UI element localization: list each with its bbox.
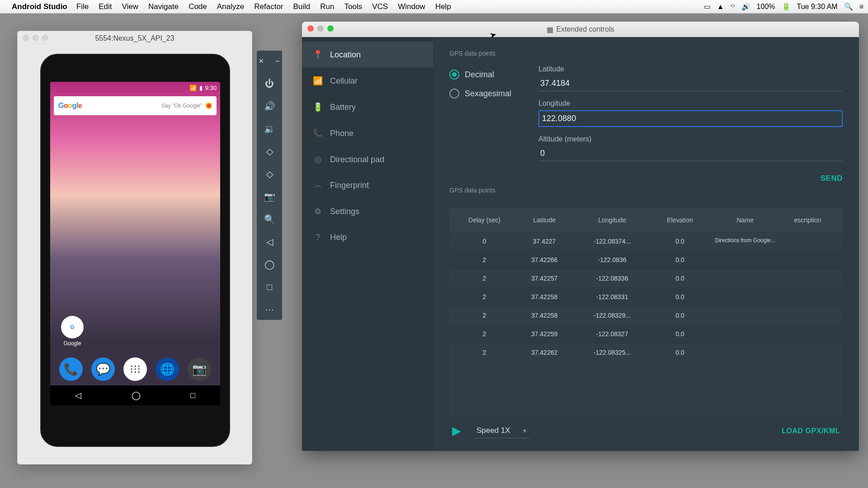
power-icon[interactable]: ⏻ (264, 78, 275, 89)
speed-select[interactable]: Speed 1X ▼ (474, 423, 530, 438)
rotate-left-icon[interactable]: ◇ (264, 145, 275, 157)
battery-icon: 🔋 (313, 102, 323, 112)
phone-frame: 📶 ▮ 9:30 Google Say "Ok Google" G Google… (40, 54, 230, 447)
menu-help[interactable]: Help (435, 2, 451, 11)
nav-item-settings[interactable]: ⚙Settings (302, 198, 433, 225)
menu-build[interactable]: Build (293, 2, 311, 11)
send-button[interactable]: SEND (821, 174, 843, 183)
overview-icon[interactable]: □ (264, 281, 275, 293)
nav-item-help[interactable]: ?Help (302, 225, 433, 250)
table-row[interactable]: 237.42258-122.083310.0 (449, 287, 843, 306)
table-row[interactable]: 237.42266-122.08360.0 (449, 250, 843, 269)
google-search-bar[interactable]: Google Say "Ok Google" (54, 96, 217, 115)
menu-edit[interactable]: Edit (99, 2, 112, 11)
ext-close[interactable] (307, 25, 314, 32)
menu-tools[interactable]: Tools (344, 2, 363, 11)
android-statusbar: 📶 ▮ 9:30 (50, 82, 220, 94)
play-button[interactable]: ▶ (452, 424, 461, 438)
camera-app-icon[interactable]: 📷 (188, 357, 211, 381)
zoom-icon[interactable]: 🔍 (264, 213, 275, 225)
traffic-min[interactable] (33, 35, 38, 41)
camera-icon[interactable]: 📷 (264, 191, 275, 202)
hotseat: 📞 💬 ⁝⁝⁝ 🌐 📷 (50, 357, 220, 381)
menu-view[interactable]: View (122, 2, 138, 11)
messages-app-icon[interactable]: 💬 (91, 357, 115, 381)
section-label-2: GPS data points (449, 187, 843, 194)
more-icon[interactable]: ⋯ (264, 304, 275, 315)
home-icon[interactable]: ◯ (264, 258, 275, 270)
menu-analyze[interactable]: Analyze (217, 2, 244, 11)
nav-item-directional-pad[interactable]: ◎Directional pad (302, 146, 433, 173)
settings-icon: ⚙ (313, 206, 323, 216)
nav-item-phone[interactable]: 📞Phone (302, 120, 433, 146)
extended-main: GPS data points Decimal Sexagesimal Lati… (433, 37, 859, 451)
table-row[interactable]: 237.42262-122.08325...0.0 (449, 343, 843, 361)
radio-sexagesimal[interactable]: Sexagesimal (449, 89, 511, 99)
toolbar-close-icon[interactable]: ✕ (255, 55, 267, 67)
latitude-label: Latitude (538, 65, 843, 73)
phone-screen[interactable]: 📶 ▮ 9:30 Google Say "Ok Google" G Google… (50, 82, 220, 405)
ext-min[interactable] (317, 25, 324, 32)
volume-icon[interactable]: 🔊 (741, 2, 750, 11)
menu-vcs[interactable]: VCS (372, 2, 388, 11)
location-icon: 📍 (313, 50, 323, 60)
android-navbar: ◁ ◯ □ (50, 385, 220, 405)
signal-icon: 📶 (189, 84, 197, 91)
volume-down-icon[interactable]: 🔉 (264, 123, 275, 135)
longitude-input[interactable] (538, 110, 843, 127)
window-icon: ▦ (547, 25, 553, 34)
battery-icon[interactable]: 🔋 (782, 2, 791, 11)
nav-overview-icon[interactable]: □ (190, 391, 195, 400)
spotlight-icon[interactable]: 🔍 (844, 2, 853, 11)
emulator-title: 5554:Nexus_5X_API_23 (95, 34, 174, 42)
emulator-titlebar[interactable]: 5554:Nexus_5X_API_23 (18, 31, 252, 46)
phone-icon: 📞 (313, 128, 323, 138)
nav-item-location[interactable]: 📍Location (302, 42, 433, 68)
menu-file[interactable]: File (76, 2, 89, 11)
menu-navigate[interactable]: Navigate (148, 2, 179, 11)
table-row[interactable]: 037.4227-122.08374...0.0Directions from … (449, 232, 843, 250)
wifi-icon[interactable]: ⌔ (731, 3, 735, 11)
toolbar-minimize-icon[interactable]: – (272, 55, 283, 67)
traffic-max[interactable] (42, 35, 48, 41)
menu-run[interactable]: Run (320, 2, 334, 11)
back-icon[interactable]: ◁ (264, 236, 275, 248)
mic-icon[interactable] (206, 103, 212, 109)
nav-home-icon[interactable]: ◯ (132, 390, 141, 400)
extended-titlebar[interactable]: ▦ Extended controls (302, 22, 859, 37)
airplay-icon[interactable]: ▲ (717, 3, 724, 11)
rotate-right-icon[interactable]: ◇ (264, 168, 275, 180)
table-row[interactable]: 237.42257-122.083360.0 (449, 269, 843, 287)
load-gpx-button[interactable]: LOAD GPX/KML (782, 427, 840, 435)
cellular-icon: 📶 (313, 76, 323, 86)
table-row[interactable]: 237.42258-122.08329...0.0 (449, 306, 843, 324)
nav-back-icon[interactable]: ◁ (75, 390, 81, 400)
radio-decimal[interactable]: Decimal (449, 70, 511, 80)
menu-window[interactable]: Window (398, 2, 425, 11)
menu-code[interactable]: Code (189, 2, 207, 11)
app-name[interactable]: Android Studio (12, 2, 67, 11)
battery-percent[interactable]: 100% (757, 3, 775, 11)
google-app-icon[interactable]: G Google (61, 316, 84, 347)
cast-icon[interactable]: ▭ (704, 2, 711, 11)
ext-max[interactable] (327, 25, 334, 32)
app-drawer-icon[interactable]: ⁝⁝⁝ (123, 357, 147, 381)
section-label: GPS data points (449, 50, 843, 57)
directional pad-icon: ◎ (313, 155, 323, 164)
clock[interactable]: Tue 9:30 AM (797, 3, 838, 11)
traffic-close[interactable] (23, 35, 29, 41)
nav-item-fingerprint[interactable]: ෴Fingerprint (302, 173, 433, 198)
latitude-input[interactable] (538, 76, 843, 91)
longitude-label: Longitude (538, 99, 843, 108)
browser-app-icon[interactable]: 🌐 (156, 357, 179, 381)
volume-up-icon[interactable]: 🔊 (264, 100, 275, 112)
battery-icon: ▮ (199, 84, 203, 91)
nav-item-cellular[interactable]: 📶Cellular (302, 68, 433, 94)
altitude-label: Altitude (meters) (538, 135, 843, 143)
table-row[interactable]: 237.42259-122.083270.0 (449, 324, 843, 343)
phone-app-icon[interactable]: 📞 (59, 357, 83, 381)
nav-item-battery[interactable]: 🔋Battery (302, 94, 433, 120)
menu-icon[interactable]: ≡ (859, 3, 863, 11)
menu-refactor[interactable]: Refactor (254, 2, 283, 11)
altitude-input[interactable] (538, 146, 843, 161)
